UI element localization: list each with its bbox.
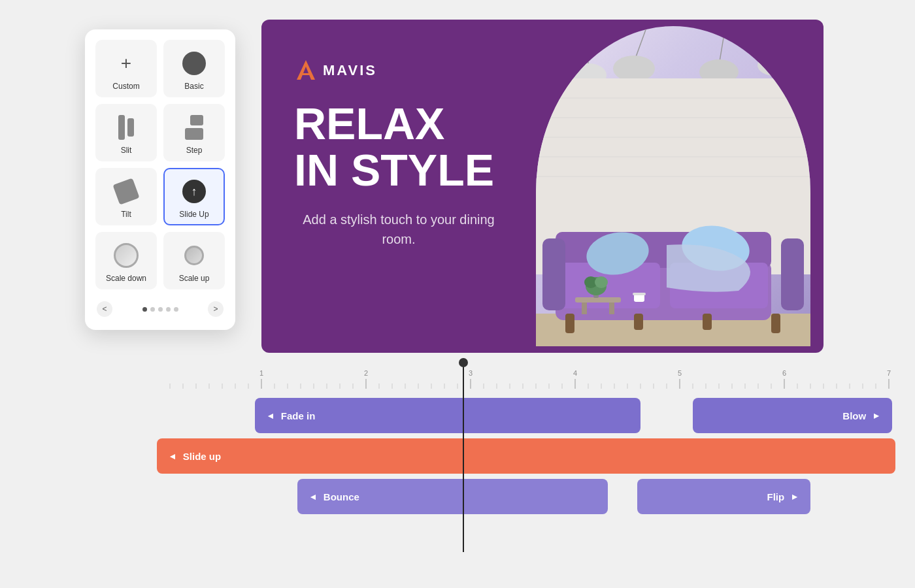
svg-text:2: 2 — [364, 369, 368, 377]
segment-flip-label: Flip — [767, 491, 784, 502]
segment-bounce-label: Bounce — [324, 491, 359, 502]
dot-0 — [142, 307, 147, 312]
svg-line-8 — [774, 26, 784, 59]
svg-text:5: 5 — [678, 369, 682, 377]
anim-label-slide-up: Slide Up — [179, 210, 208, 219]
segment-fade-in-label: Fade in — [281, 410, 316, 421]
anim-label-slit: Slit — [121, 146, 132, 155]
headline-line1: RELAX — [294, 99, 444, 148]
anim-label-tilt: Tilt — [121, 210, 131, 219]
arch-image — [536, 26, 810, 346]
anim-label-custom: Custom — [112, 82, 139, 91]
sofa-svg — [536, 196, 810, 346]
dot-1 — [150, 307, 155, 312]
svg-rect-24 — [634, 314, 643, 330]
segment-slide-up[interactable]: Slide up — [157, 438, 895, 474]
anim-label-basic: Basic — [184, 82, 203, 91]
animation-grid: + Custom Basic Slit — [95, 40, 225, 289]
scaledown-icon — [112, 241, 141, 270]
bounce-tri-icon — [308, 491, 317, 502]
pagination-dots — [142, 307, 178, 312]
pagination: < > — [95, 299, 225, 319]
logo-text: MAVIS — [323, 62, 377, 79]
step-icon — [180, 113, 208, 142]
logo-icon — [294, 59, 318, 82]
headline-line2: IN STYLE — [294, 145, 494, 195]
svg-rect-31 — [609, 302, 614, 314]
segment-fade-in[interactable]: Fade in — [255, 398, 640, 433]
svg-point-5 — [613, 56, 655, 82]
segment-bounce[interactable]: Bounce — [297, 479, 608, 514]
mavis-logo: MAVIS — [294, 59, 503, 82]
anim-item-basic[interactable]: Basic — [163, 40, 225, 97]
anim-item-step[interactable]: Step — [163, 104, 225, 161]
tilt-icon — [112, 177, 141, 206]
svg-rect-37 — [633, 293, 646, 295]
slide-tri-icon — [167, 451, 176, 462]
slideup-icon: ↑ — [180, 177, 208, 206]
svg-point-35 — [595, 276, 608, 288]
svg-text:1: 1 — [259, 369, 263, 377]
anim-item-custom[interactable]: + Custom — [95, 40, 157, 97]
anim-item-scale-down[interactable]: Scale down — [95, 232, 157, 289]
playhead[interactable] — [463, 363, 464, 552]
svg-rect-23 — [565, 314, 574, 333]
arch-background — [536, 26, 810, 346]
svg-text:3: 3 — [469, 369, 473, 377]
dot-2 — [158, 307, 163, 312]
tri-left-icon — [265, 410, 274, 421]
anim-label-scale-down: Scale down — [106, 274, 146, 283]
timeline-tracks: Fade in Blow Slide up Bounce Flip — [157, 391, 902, 514]
svg-point-9 — [757, 55, 791, 76]
svg-text:7: 7 — [887, 369, 891, 377]
canvas-headline: RELAX IN STYLE — [294, 101, 503, 194]
flip-tri-icon — [791, 491, 800, 502]
scaleup-icon — [180, 241, 208, 270]
svg-rect-25 — [703, 314, 712, 330]
anim-item-scale-up[interactable]: Scale up — [163, 232, 225, 289]
segment-blow[interactable]: Blow — [693, 398, 892, 433]
dot-3 — [166, 307, 171, 312]
svg-rect-21 — [542, 238, 565, 310]
svg-line-6 — [719, 26, 725, 65]
tri-right-icon — [873, 410, 882, 421]
anim-item-slide-up[interactable]: ↑ Slide Up — [163, 168, 225, 225]
prev-button[interactable]: < — [97, 301, 112, 317]
ruler-svg: // Generated inline 1 — [157, 363, 902, 389]
anim-label-scale-up: Scale up — [179, 274, 210, 283]
svg-rect-1 — [301, 73, 311, 75]
svg-rect-29 — [575, 297, 621, 302]
segment-slide-up-label: Slide up — [183, 451, 221, 462]
track-row-1: Fade in Blow — [157, 398, 902, 433]
anim-label-step: Step — [186, 146, 203, 155]
canvas-subtext: Add a stylish touch to your dining room. — [294, 210, 503, 249]
anim-item-slit[interactable]: Slit — [95, 104, 157, 161]
svg-text:6: 6 — [782, 369, 786, 377]
track-row-3: Bounce Flip — [157, 479, 902, 514]
svg-rect-22 — [781, 238, 804, 310]
track-row-2: Slide up — [157, 438, 902, 474]
segment-flip[interactable]: Flip — [637, 479, 810, 514]
svg-text:4: 4 — [573, 369, 577, 377]
timeline-ruler: // Generated inline 1 — [157, 363, 902, 389]
next-button[interactable]: > — [208, 301, 224, 317]
basic-icon — [180, 49, 208, 78]
svg-marker-0 — [297, 60, 315, 80]
anim-item-tilt[interactable]: Tilt — [95, 168, 157, 225]
preview-canvas: MAVIS RELAX IN STYLE Add a stylish touch… — [261, 20, 824, 353]
timeline-area: // Generated inline 1 — [157, 363, 902, 519]
svg-rect-30 — [582, 302, 587, 314]
animation-panel: + Custom Basic Slit — [85, 29, 235, 330]
segment-blow-label: Blow — [842, 410, 866, 421]
canvas-content: MAVIS RELAX IN STYLE Add a stylish touch… — [294, 59, 503, 249]
custom-icon: + — [112, 49, 141, 78]
slit-icon — [112, 113, 141, 142]
playhead-head — [459, 358, 468, 367]
svg-rect-26 — [771, 314, 780, 333]
dot-4 — [174, 307, 178, 312]
